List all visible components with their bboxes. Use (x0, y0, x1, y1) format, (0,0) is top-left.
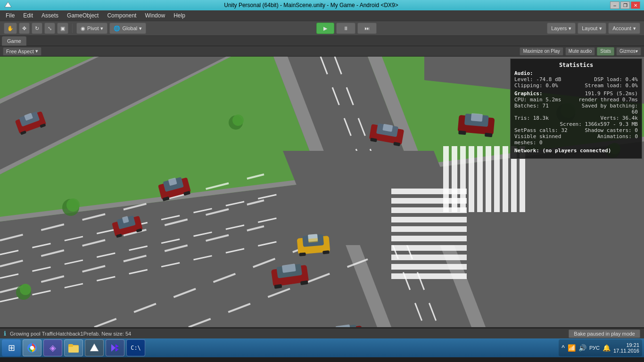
scale-icon: ⤡ (48, 25, 52, 32)
mute-audio-button[interactable]: Mute audio (565, 47, 595, 56)
stats-button[interactable]: Stats (597, 47, 614, 56)
volume-icon[interactable]: 🔊 (578, 344, 586, 352)
account-dropdown[interactable]: Account ▾ (608, 23, 640, 34)
stats-saved-batching: Saved by batching: 60 (576, 103, 638, 115)
svg-rect-35 (494, 146, 500, 212)
aspect-dropdown[interactable]: Free Aspect ▾ (3, 47, 41, 56)
start-button[interactable]: ⊞ (2, 339, 21, 356)
menu-gameobject[interactable]: GameObject (63, 11, 102, 20)
stats-dsp-load: DSP load: 0.4% (576, 76, 638, 82)
clock-date: 17.11.2016 (613, 348, 639, 354)
stats-screen-row: Screen: 1366x597 - 9.3 MB (514, 121, 638, 127)
svg-rect-26 (391, 255, 467, 260)
svg-rect-25 (391, 245, 467, 251)
gizmos-button[interactable]: Gizmos ▾ (616, 47, 641, 56)
menu-edit[interactable]: Edit (19, 11, 37, 20)
stats-level: Level: -74.8 dB (514, 76, 576, 82)
status-message: Growing pool TrafficHatchback1Prefab. Ne… (10, 331, 131, 337)
stats-screen: Screen: 1366x597 - 9.3 MB (514, 121, 638, 127)
clock-time: 19:21 (613, 342, 639, 348)
svg-rect-23 (391, 226, 467, 232)
bake-button[interactable]: Bake paused in play mode (569, 329, 640, 338)
stats-title: Statistics (514, 62, 638, 68)
maximize-button[interactable]: ❐ (620, 1, 630, 9)
svg-point-93 (232, 115, 244, 126)
step-button[interactable]: ⏭ (357, 23, 377, 34)
taskbar-cmd[interactable]: C:\ (126, 339, 145, 356)
network-icon[interactable]: 📶 (568, 344, 576, 352)
notifications-icon[interactable]: 🔔 (603, 344, 611, 352)
hand-icon: ✋ (7, 25, 14, 32)
global-button[interactable]: 🌐 Global ▾ (109, 23, 146, 34)
svg-rect-29 (443, 146, 449, 212)
window-controls: – ❐ ✕ (610, 1, 640, 9)
maximize-on-play-label: Maximize on Play (523, 49, 560, 54)
global-label: Global (122, 25, 137, 31)
stats-graphics-header: Graphics: (514, 90, 576, 97)
unity-logo-icon (4, 1, 12, 9)
stats-cpu-row: CPU: main 5.2ms render thread 0.7ms (514, 97, 638, 103)
layers-dropdown[interactable]: Layers ▾ (547, 23, 576, 34)
stats-setpass: SetPass calls: 32 (514, 127, 576, 133)
svg-rect-33 (477, 146, 483, 212)
stats-network-header: Network: (no players connected) (514, 148, 611, 154)
stats-panel: Statistics Audio: Level: -74.8 dB DSP lo… (510, 58, 642, 159)
pause-button[interactable]: ⏸ (336, 23, 355, 34)
svg-rect-27 (391, 264, 467, 270)
game-tab-label: Game (7, 38, 21, 44)
svg-point-91 (66, 198, 80, 212)
layers-chevron: ▾ (569, 25, 571, 32)
layout-chevron: ▾ (599, 25, 602, 32)
move-tool-button[interactable]: ✥ (19, 23, 30, 34)
game-tab[interactable]: Game (2, 36, 26, 46)
minimize-button[interactable]: – (610, 1, 619, 9)
maximize-on-play-button[interactable]: Maximize on Play (520, 47, 563, 56)
svg-rect-57 (485, 133, 493, 137)
gizmos-label: Gizmos (619, 49, 636, 54)
window-title: Unity Personal (64bit) - MainScene.unity… (12, 2, 610, 8)
taskbar-app-purple[interactable]: ◈ (43, 339, 62, 356)
svg-rect-32 (469, 146, 474, 212)
step-icon: ⏭ (364, 25, 370, 31)
scale-tool-button[interactable]: ⤡ (44, 23, 55, 34)
pivot-chevron: ▾ (100, 25, 103, 32)
svg-rect-58 (471, 113, 483, 122)
game-controls-bar: Free Aspect ▾ Maximize on Play Mute audi… (0, 46, 644, 57)
pivot-icon: ◉ (81, 25, 85, 32)
play-button[interactable]: ▶ (316, 23, 334, 34)
toolbar: ✋ ✥ ↻ ⤡ ▣ ◉ Pivot ▾ 🌐 Global ▾ ▶ ⏸ ⏭ Lay… (0, 21, 644, 36)
taskbar-unity[interactable] (85, 339, 104, 356)
menu-help[interactable]: Help (170, 11, 189, 20)
account-chevron: ▾ (633, 25, 636, 32)
aspect-chevron: ▾ (35, 48, 38, 54)
status-bar: ℹ Growing pool TrafficHatchback1Prefab. … (0, 328, 644, 338)
mute-audio-label: Mute audio (569, 49, 592, 54)
menu-file[interactable]: File (2, 11, 18, 20)
keyboard-icon[interactable]: РУС (589, 345, 600, 351)
show-hidden-icons[interactable]: ^ (561, 344, 565, 352)
clock: 19:21 17.11.2016 (613, 342, 639, 354)
menu-assets[interactable]: Assets (38, 11, 62, 20)
hand-tool-button[interactable]: ✋ (4, 23, 17, 34)
taskbar-vs[interactable] (106, 339, 124, 356)
rotate-icon: ↻ (35, 25, 39, 32)
stats-tris-row: Tris: 18.3k Verts: 36.4k (514, 115, 638, 121)
layout-dropdown[interactable]: Layout ▾ (578, 23, 606, 34)
menu-window[interactable]: Window (141, 11, 169, 20)
rotate-tool-button[interactable]: ↻ (32, 23, 42, 34)
svg-rect-34 (486, 146, 491, 212)
game-viewport: Statistics Audio: Level: -74.8 dB DSP lo… (0, 57, 644, 327)
pivot-button[interactable]: ◉ Pivot ▾ (76, 23, 107, 34)
stats-batches: Batches: 71 (514, 103, 576, 115)
taskbar-folder[interactable] (64, 339, 83, 356)
stats-network-section: Network: (no players connected) (514, 148, 638, 154)
svg-marker-0 (5, 2, 11, 7)
rect-tool-button[interactable]: ▣ (57, 23, 68, 34)
separator-1 (72, 24, 73, 33)
stats-skinned-row: Visible skinned meshes: 0 Animations: 0 (514, 133, 638, 146)
stats-graphics-section: Graphics: 191.9 FPS (5.2ms) CPU: main 5.… (514, 90, 638, 146)
menu-component[interactable]: Component (103, 11, 140, 20)
close-button[interactable]: ✕ (631, 1, 640, 9)
taskbar-chrome[interactable] (23, 339, 41, 356)
global-icon: 🌐 (114, 25, 120, 32)
